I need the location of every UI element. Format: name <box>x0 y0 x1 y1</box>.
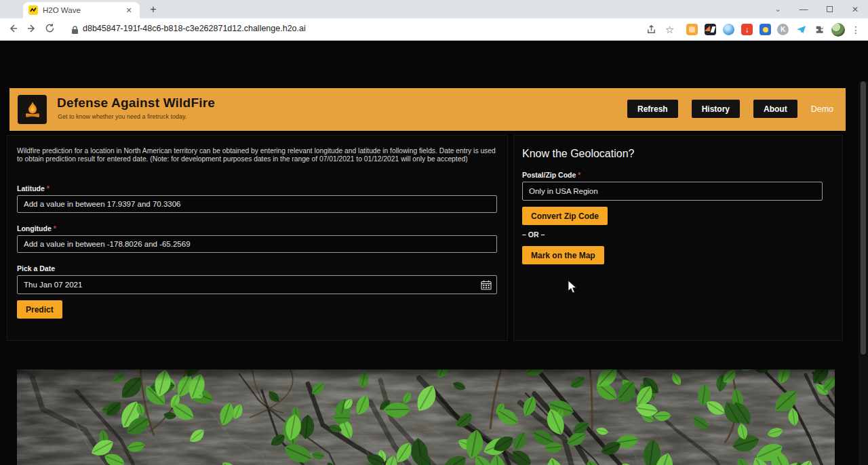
scrollbar-track[interactable] <box>859 81 868 465</box>
zip-label: Postal/Zip Code* <box>522 171 580 179</box>
zip-input[interactable] <box>522 182 823 201</box>
page-title: Defense Against WildFire <box>57 96 215 110</box>
latitude-label: Latitude* <box>17 184 50 193</box>
scrollbar-thumb[interactable] <box>861 81 866 355</box>
share-icon[interactable] <box>646 24 657 35</box>
screen: H2O Wave ✕ + ⌄ — ✕ d8b45847-191f-48c6-b8… <box>0 0 868 465</box>
date-input[interactable] <box>17 275 497 294</box>
address-bar[interactable]: d8b45847-191f-48c6-b818-c3e262871d12.cha… <box>83 24 306 33</box>
h2o-wave-favicon-icon <box>28 5 38 15</box>
required-asterisk: * <box>54 224 56 232</box>
extension-downloader-icon[interactable]: ↓ <box>741 24 753 35</box>
extension-k-icon[interactable]: K <box>777 24 789 35</box>
tab-close-icon[interactable]: ✕ <box>123 5 134 16</box>
window-close-button[interactable]: ✕ <box>846 0 864 18</box>
campfire-logo-icon <box>18 95 47 124</box>
extension-orange-icon[interactable] <box>686 24 698 35</box>
convert-zip-button[interactable]: Convert Zip Code <box>522 207 608 225</box>
or-separator: – OR – <box>522 230 545 239</box>
tab-title: H2O Wave <box>43 6 123 14</box>
wave-page: Defense Against WildFire Get to know whe… <box>0 41 868 465</box>
bookmark-star-icon[interactable]: ☆ <box>664 24 675 35</box>
predict-button[interactable]: Predict <box>17 300 62 319</box>
calendar-icon[interactable] <box>479 279 493 291</box>
extension-weather-icon[interactable] <box>760 24 771 35</box>
extension-rocket-icon[interactable] <box>795 24 807 35</box>
date-label: Pick a Date <box>17 264 55 272</box>
history-button[interactable]: History <box>692 100 740 118</box>
required-asterisk: * <box>578 171 580 179</box>
leaves-on-bark-photo <box>17 369 835 465</box>
required-asterisk: * <box>47 184 50 193</box>
profile-avatar[interactable] <box>831 23 845 37</box>
browser-tab[interactable]: H2O Wave ✕ <box>23 2 140 18</box>
mark-on-map-button[interactable]: Mark on the Map <box>522 246 604 264</box>
page-subtitle: Get to know whether you need a firetruck… <box>58 113 186 120</box>
reload-button[interactable] <box>43 23 56 35</box>
geolocation-card <box>513 135 843 341</box>
menu-dots-icon[interactable]: ⋮ <box>853 24 859 35</box>
longitude-input[interactable] <box>17 235 497 253</box>
lock-icon[interactable] <box>71 25 79 37</box>
new-tab-button[interactable]: + <box>146 3 160 16</box>
extension-magnifier-icon[interactable] <box>723 24 734 35</box>
tab-search-chevron-icon[interactable]: ⌄ <box>769 0 787 18</box>
app-header: Defense Against WildFire Get to know whe… <box>9 88 846 131</box>
window-maximize-button[interactable] <box>821 0 838 18</box>
geolocation-heading: Know the Geolocation? <box>522 148 634 160</box>
latitude-input[interactable] <box>17 195 497 213</box>
refresh-button[interactable]: Refresh <box>627 100 678 118</box>
longitude-label: Longitude* <box>17 224 56 232</box>
demo-link[interactable]: Demo <box>811 104 833 114</box>
form-description: Wildfire prediction for a location in No… <box>17 147 500 164</box>
header-actions: Refresh History About Demo <box>627 100 833 118</box>
window-minimize-button[interactable]: — <box>795 0 812 18</box>
forward-button[interactable] <box>26 23 38 35</box>
about-button[interactable]: About <box>753 100 797 118</box>
extension-kiwi-icon[interactable] <box>705 24 716 35</box>
browser-tab-strip: H2O Wave ✕ + ⌄ — ✕ <box>0 0 868 18</box>
browser-toolbar: d8b45847-191f-48c6-b818-c3e262871d12.cha… <box>0 18 868 41</box>
extensions-puzzle-icon[interactable] <box>814 24 825 35</box>
back-button[interactable] <box>7 23 19 35</box>
